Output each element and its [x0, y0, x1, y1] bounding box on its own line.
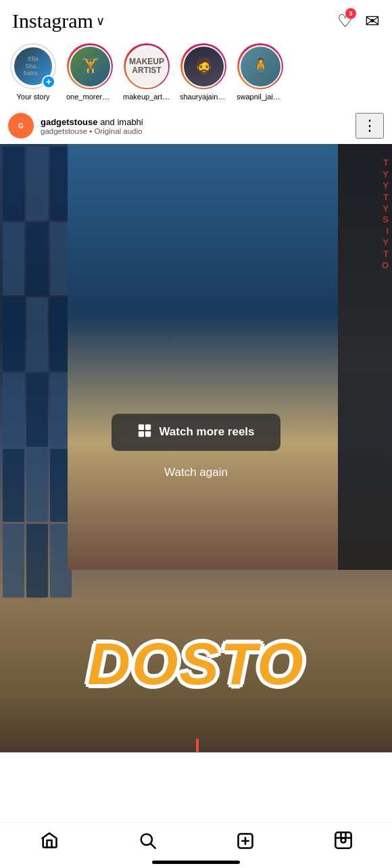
- svg-rect-0: [139, 424, 144, 429]
- watch-more-reels-button[interactable]: Watch more reels: [112, 414, 280, 451]
- post-user-text: gadgetstouse and imabhi gadgetstouse • O…: [41, 117, 143, 135]
- story-avatar-3: 🧔: [180, 43, 226, 89]
- svg-rect-2: [139, 431, 144, 436]
- nav-reels-button[interactable]: [294, 831, 392, 854]
- nav-search-button[interactable]: [98, 831, 196, 854]
- story-item-2[interactable]: MAKEUPARTIST makeup_artist...: [123, 43, 170, 101]
- add-icon: [236, 831, 255, 854]
- add-story-button[interactable]: +: [42, 75, 55, 89]
- story-item-your[interactable]: EliaSha...batra... + Your story: [9, 43, 57, 101]
- nav-home-button[interactable]: [0, 831, 98, 854]
- instagram-logo[interactable]: Instagram ∨: [12, 9, 105, 32]
- header-actions: ♡ 3 ✉: [337, 11, 380, 32]
- logo-chevron-icon: ∨: [96, 14, 105, 28]
- story-avatar-2: MAKEUPARTIST: [124, 43, 170, 89]
- post-header: G gadgetstouse and imabhi gadgetstouse •…: [0, 107, 392, 144]
- story-item-4[interactable]: 🧍 swapnil_jain96: [237, 43, 284, 101]
- svg-rect-3: [145, 431, 151, 436]
- post-subtitle: gadgetstouse • Original audio: [41, 127, 143, 135]
- story-label-1: one_morerep_: [66, 93, 114, 101]
- notifications-button[interactable]: ♡ 3: [337, 11, 353, 32]
- nav-add-button[interactable]: [196, 831, 294, 854]
- post-username[interactable]: gadgetstouse and imabhi: [41, 117, 143, 127]
- post-more-button[interactable]: ⋮: [356, 113, 384, 139]
- svg-rect-9: [335, 832, 351, 848]
- video-area[interactable]: TYYTYSIYTO DOSTO Watch more reels Watch …: [0, 144, 392, 752]
- stories-bar: EliaSha...batra... + Your story 🏋️ one_m…: [0, 39, 392, 107]
- story-avatar-1: 🏋️: [67, 43, 113, 89]
- story-label-your: Your story: [16, 93, 49, 101]
- home-icon: [40, 831, 59, 854]
- story-avatar-4: 🧍: [237, 43, 283, 89]
- app-header: Instagram ∨ ♡ 3 ✉: [0, 0, 392, 39]
- svg-line-5: [151, 844, 155, 848]
- home-indicator: [152, 861, 240, 864]
- messenger-icon: ✉: [365, 11, 380, 31]
- watch-again-button[interactable]: Watch again: [151, 462, 241, 483]
- search-icon: [138, 831, 157, 854]
- messenger-button[interactable]: ✉: [365, 11, 380, 32]
- story-label-3: shauryajain812: [180, 93, 227, 101]
- story-label-2: makeup_artist...: [123, 93, 170, 101]
- story-item-3[interactable]: 🧔 shauryajain812: [180, 43, 227, 101]
- story-avatar-your: EliaSha...batra... +: [10, 43, 56, 89]
- reels-nav-icon: [334, 831, 353, 854]
- post-avatar[interactable]: G: [8, 113, 34, 139]
- video-overlay: Watch more reels Watch again: [0, 144, 392, 752]
- story-item-1[interactable]: 🏋️ one_morerep_: [66, 43, 114, 101]
- svg-rect-1: [145, 424, 151, 429]
- reels-icon: [137, 423, 152, 441]
- notification-badge: 3: [345, 8, 356, 19]
- story-label-4: swapnil_jain96: [237, 93, 284, 101]
- post-user-info: G gadgetstouse and imabhi gadgetstouse •…: [8, 113, 143, 139]
